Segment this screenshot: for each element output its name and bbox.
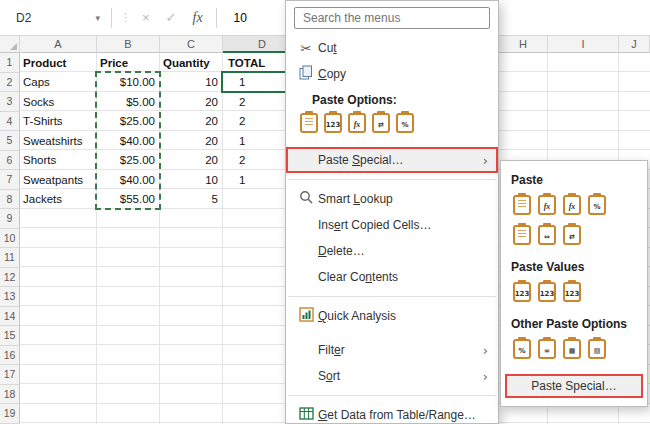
cell-price[interactable]: $10.00 [97,76,160,88]
row-header[interactable]: 15 [0,326,20,346]
cell-price[interactable]: $25.00 [97,154,160,166]
menu-item-delete[interactable]: Delete… [286,238,498,264]
cell-quantity[interactable]: 5 [160,193,223,205]
cell-quantity[interactable]: 20 [160,154,223,166]
menu-item-label: Get Data from Table/Range… [318,408,488,422]
row-header[interactable]: 8 [0,190,20,210]
paste-transpose-icon[interactable]: ⇄ [372,113,390,133]
values-icon[interactable]: 123 [513,282,531,302]
keep-source-formatting-icon[interactable]: % [588,195,606,215]
cell-price[interactable]: $40.00 [97,174,160,186]
enter-icon[interactable]: ✓ [166,10,177,25]
paste-icon[interactable] [513,195,531,215]
menu-item-filter[interactable]: Filter › [286,337,498,363]
name-box-dropdown-icon[interactable]: ▾ [95,13,100,23]
row-header[interactable]: 13 [0,287,20,307]
row-header[interactable]: 5 [0,131,20,151]
paste-submenu: Paste fx fx % ⇔ ⇄ Paste Values 123 123 1… [500,160,648,407]
select-all-corner[interactable] [0,36,20,53]
row-header[interactable]: 3 [0,92,20,112]
row-header[interactable]: 12 [0,268,20,288]
menu-item-clear-contents[interactable]: Clear Contents [286,264,498,290]
row-header[interactable]: 17 [0,365,20,385]
splitter-dots-icon[interactable]: ⋮ [120,11,131,24]
cell-quantity[interactable]: 10 [160,76,223,88]
cell-product[interactable]: Sweatshirts [20,135,97,147]
linked-picture-icon[interactable]: ▧ [588,339,606,359]
paste-row-1: fx fx % [501,192,647,222]
cell-price[interactable]: $40.00 [97,135,160,147]
transpose-icon[interactable]: ⇄ [563,225,581,245]
values-source-formatting-icon[interactable]: 123 [563,282,581,302]
cell-product[interactable]: Socks [20,96,97,108]
cell-product[interactable]: T-Shirts [20,115,97,127]
paste-formatting-icon[interactable]: % [396,113,414,133]
column-header-b[interactable]: B [97,36,160,53]
cell-quantity[interactable]: 20 [160,115,223,127]
row-header[interactable]: 18 [0,385,20,405]
cell-product[interactable]: Caps [20,76,97,88]
paste-formulas-icon[interactable]: fx [348,113,366,133]
cell-quantity[interactable]: 10 [160,174,223,186]
paste-link-icon[interactable]: ∞ [538,339,556,359]
menu-item-get-data[interactable]: Get Data from Table/Range… [286,402,498,424]
menu-item-quick-analysis[interactable]: Quick Analysis [286,303,498,329]
cell-product[interactable]: Product [20,57,97,69]
row-header[interactable]: 1 [0,53,20,73]
row-header[interactable]: 7 [0,170,20,190]
formula-bar-value[interactable]: 10 [234,11,247,25]
menu-item-copy[interactable]: Copy [286,61,498,87]
row-header[interactable]: 10 [0,229,20,249]
keep-source-column-widths-icon[interactable]: ⇔ [538,225,556,245]
cell-price[interactable]: $5.00 [97,96,160,108]
paste-icon[interactable] [300,113,318,133]
insert-function-icon[interactable]: fx [193,10,203,26]
formulas-number-formatting-icon[interactable]: fx [563,195,581,215]
table-row: Sweatshirts $40.00 20 1 [20,131,302,151]
name-box[interactable]: D2 ▾ [10,6,106,30]
cell-product[interactable]: Sweatpants [20,174,97,186]
menu-search-input[interactable] [297,11,487,25]
cut-icon: ✂ [294,41,318,56]
column-header-j[interactable]: J [619,36,650,53]
row-header[interactable]: 2 [0,73,20,93]
table-row: T-Shirts $25.00 20 2 [20,112,302,132]
column-header-h[interactable]: H [499,36,548,53]
menu-item-sort[interactable]: Sort › [286,363,498,389]
table-row: Product Price Quantity TOTAL [20,53,302,73]
cell-quantity[interactable]: 20 [160,96,223,108]
cell-quantity[interactable]: 20 [160,135,223,147]
cell-product[interactable]: Jackets [20,193,97,205]
menu-item-label: Insert Copied Cells… [318,218,488,232]
column-header-c[interactable]: C [160,36,223,53]
row-header[interactable]: 19 [0,404,20,424]
menu-search [294,7,490,29]
row-header[interactable]: 6 [0,151,20,171]
row-header[interactable]: 16 [0,346,20,366]
cancel-icon[interactable]: × [142,10,150,25]
values-number-formatting-icon[interactable]: 123 [538,282,556,302]
divider [216,8,217,28]
cell-price[interactable]: $25.00 [97,115,160,127]
column-header-a[interactable]: A [20,36,97,53]
submenu-item-paste-special[interactable]: Paste Special… [505,374,643,398]
no-borders-icon[interactable] [513,225,531,245]
formulas-icon[interactable]: fx [538,195,556,215]
paste-values-icon[interactable]: 123 [324,113,342,133]
cell-price[interactable]: $55.00 [97,193,160,205]
menu-item-paste-special[interactable]: Paste Special… › [286,147,498,173]
cell-product[interactable]: Shorts [20,154,97,166]
row-header[interactable]: 11 [0,248,20,268]
menu-item-insert-copied-cells[interactable]: Insert Copied Cells… [286,212,498,238]
cell-price[interactable]: Price [97,57,160,69]
formatting-icon[interactable]: % [513,339,531,359]
row-header[interactable]: 14 [0,307,20,327]
menu-item-label: Smart Lookup [318,192,488,206]
picture-icon[interactable]: ▦ [563,339,581,359]
row-header[interactable]: 4 [0,112,20,132]
menu-item-smart-lookup[interactable]: Smart Lookup [286,186,498,212]
row-header[interactable]: 9 [0,209,20,229]
menu-item-cut[interactable]: ✂ Cut [286,35,498,61]
cell-quantity[interactable]: Quantity [160,57,223,69]
column-header-i[interactable]: I [548,36,619,53]
